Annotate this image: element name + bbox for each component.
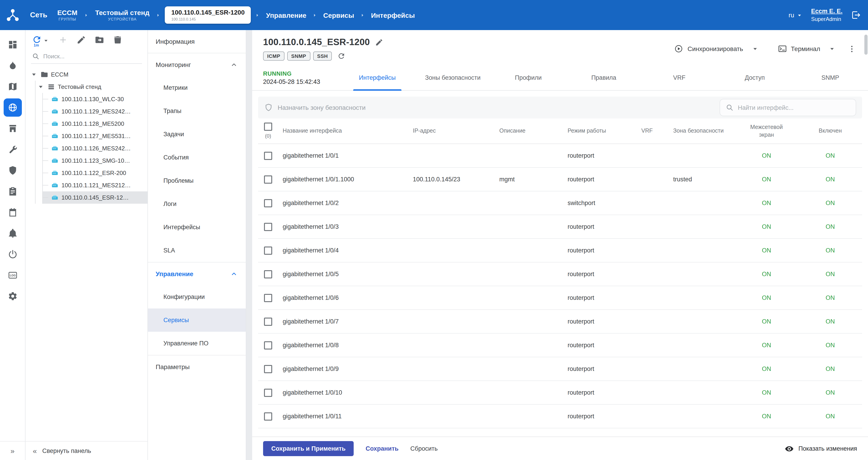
delete-device-button[interactable]	[113, 35, 122, 46]
row-checkbox[interactable]	[264, 294, 272, 302]
breadcrumb-device-pill[interactable]: 100.110.0.145_ESR-1200 100.110.0.145	[165, 6, 251, 24]
refresh-interval-button[interactable]: 1m	[32, 35, 42, 47]
firewall-state[interactable]: ON	[735, 294, 798, 301]
tree-device[interactable]: 100.110.1.122_ESR-200	[43, 167, 148, 179]
tree-device[interactable]: 100.110.1.128_ME5200	[43, 118, 148, 130]
save-button[interactable]: Сохранить	[366, 445, 399, 452]
interface-row[interactable]: gigabitethernet 1/0/11routerportONON	[258, 405, 862, 428]
rail-item-settings[interactable]	[3, 287, 22, 305]
firewall-state[interactable]: ON	[735, 271, 798, 278]
enabled-state[interactable]: ON	[798, 318, 862, 325]
row-checkbox[interactable]	[264, 199, 272, 207]
firewall-state[interactable]: ON	[735, 366, 798, 372]
interface-row[interactable]: gigabitethernet 1/0/4routerportONON	[258, 239, 862, 262]
menu-subitem[interactable]: Управление ПО	[148, 332, 246, 355]
enabled-state[interactable]: ON	[798, 271, 862, 278]
tab-3[interactable]: Правила	[566, 65, 642, 90]
rail-item-calendar[interactable]	[3, 203, 22, 222]
show-changes-button[interactable]: Показать изменения	[785, 444, 857, 453]
tab-6[interactable]: SNMP	[793, 65, 868, 90]
menu-subitem[interactable]: Метрики	[148, 76, 246, 99]
row-checkbox[interactable]	[264, 317, 272, 325]
enabled-state[interactable]: ON	[798, 176, 862, 183]
rail-item-notifications[interactable]	[3, 224, 22, 242]
rail-item-uptime[interactable]	[3, 245, 22, 263]
interface-row[interactable]: gigabitethernet 1/0/9routerportONON	[258, 357, 862, 381]
terminal-caret-icon[interactable]	[826, 41, 838, 57]
menu-item[interactable]: Параметры	[148, 355, 246, 378]
tree-device[interactable]: 100.110.1.129_MES242…	[43, 105, 148, 118]
menu-subitem[interactable]: Трапы	[148, 99, 246, 122]
tab-2[interactable]: Профили	[491, 65, 566, 90]
menu-subitem[interactable]: Задачи	[148, 122, 246, 146]
tab-4[interactable]: VRF	[642, 65, 717, 90]
row-checkbox[interactable]	[264, 270, 272, 278]
breadcrumb-network[interactable]: Сеть	[26, 11, 51, 19]
row-checkbox[interactable]	[264, 151, 272, 160]
menu-subitem[interactable]: Логи	[148, 192, 246, 215]
save-apply-button[interactable]: Сохранить и Применить	[263, 441, 354, 456]
enabled-state[interactable]: ON	[798, 223, 862, 230]
tree-search-input[interactable]	[43, 53, 141, 60]
firewall-state[interactable]: ON	[735, 247, 798, 254]
tree-device[interactable]: 100.110.0.145_ESR-12…	[43, 191, 148, 204]
interface-row[interactable]: gigabitethernet 1/0/1routerportONON	[258, 144, 862, 168]
menu-subitem[interactable]: Конфигурации	[148, 285, 246, 309]
tree-device[interactable]: 100.110.1.126_MES242…	[43, 142, 148, 154]
firewall-state[interactable]: ON	[735, 413, 798, 420]
expander-icon[interactable]	[37, 83, 44, 91]
row-checkbox[interactable]	[264, 412, 272, 420]
interface-row[interactable]: gigabitethernet 1/0/6routerportONON	[258, 286, 862, 310]
edit-device-tree-button[interactable]	[76, 35, 86, 46]
synchronize-caret-icon[interactable]	[748, 41, 761, 57]
row-checkbox[interactable]	[264, 365, 272, 373]
breadcrumb-group[interactable]: ECCM ГРУППЫ	[55, 9, 80, 22]
firewall-state[interactable]: ON	[735, 223, 798, 230]
breadcrumb-interfaces[interactable]: Интерфейсы	[369, 11, 417, 19]
assign-zone-button[interactable]: Назначить зону безопасности	[264, 103, 366, 112]
menu-subitem[interactable]: Сервисы	[148, 309, 246, 332]
row-checkbox[interactable]	[264, 246, 272, 255]
rail-expand-button[interactable]: »	[0, 441, 25, 460]
eccm-logo-icon[interactable]	[0, 8, 26, 22]
reset-button[interactable]: Сбросить	[410, 445, 438, 452]
enabled-state[interactable]: ON	[798, 152, 862, 159]
scrollbar-thumb[interactable]	[864, 35, 868, 55]
row-checkbox[interactable]	[264, 341, 272, 349]
enabled-state[interactable]: ON	[798, 342, 862, 349]
menu-subitem[interactable]: SLA	[148, 239, 246, 262]
add-device-button[interactable]	[58, 35, 68, 46]
enabled-state[interactable]: ON	[798, 389, 862, 396]
menu-subitem[interactable]: Проблемы	[148, 169, 246, 192]
tree-device[interactable]: 100.110.1.121_MES212…	[43, 179, 148, 191]
rail-item-tasks[interactable]	[3, 182, 22, 201]
collapse-panel-button[interactable]: « Свернуть панель	[26, 441, 148, 460]
user-name-link[interactable]: Eccm E. E.	[811, 8, 842, 15]
tree-root[interactable]: ECCM	[26, 68, 148, 81]
firewall-state[interactable]: ON	[735, 318, 798, 325]
row-checkbox[interactable]	[264, 223, 272, 231]
breadcrumb-services[interactable]: Сервисы	[321, 11, 356, 19]
breadcrumb-stand[interactable]: Тестовый стенд УСТРОЙСТВА	[93, 9, 152, 22]
interface-row[interactable]: gigabitethernet 1/0/8routerportONON	[258, 334, 862, 357]
rail-item-security[interactable]	[3, 161, 22, 179]
enabled-state[interactable]: ON	[798, 247, 862, 254]
firewall-state[interactable]: ON	[735, 389, 798, 396]
interface-row[interactable]: gigabitethernet 1/0/1.1000100.110.0.145/…	[258, 168, 862, 191]
breadcrumb-management[interactable]: Управление	[264, 11, 308, 19]
language-selector[interactable]: ru	[788, 11, 803, 19]
rail-item-datacenter[interactable]	[3, 119, 22, 138]
rail-item-dashboard[interactable]	[3, 35, 22, 54]
more-menu-icon[interactable]	[845, 41, 859, 57]
edit-device-name-icon[interactable]	[375, 38, 383, 46]
tree-device[interactable]: 100.110.1.127_MES531…	[43, 130, 148, 142]
enabled-state[interactable]: ON	[798, 294, 862, 301]
firewall-state[interactable]: ON	[735, 200, 798, 206]
synchronize-button[interactable]: Синхронизировать	[670, 40, 748, 57]
move-to-group-button[interactable]	[95, 35, 104, 46]
interface-row[interactable]: gigabitethernet 1/0/2switchportONON	[258, 191, 862, 215]
refresh-interval-caret-icon[interactable]	[42, 37, 50, 44]
enabled-state[interactable]: ON	[798, 366, 862, 372]
rail-item-incidents[interactable]	[3, 57, 22, 75]
firewall-state[interactable]: ON	[735, 342, 798, 349]
